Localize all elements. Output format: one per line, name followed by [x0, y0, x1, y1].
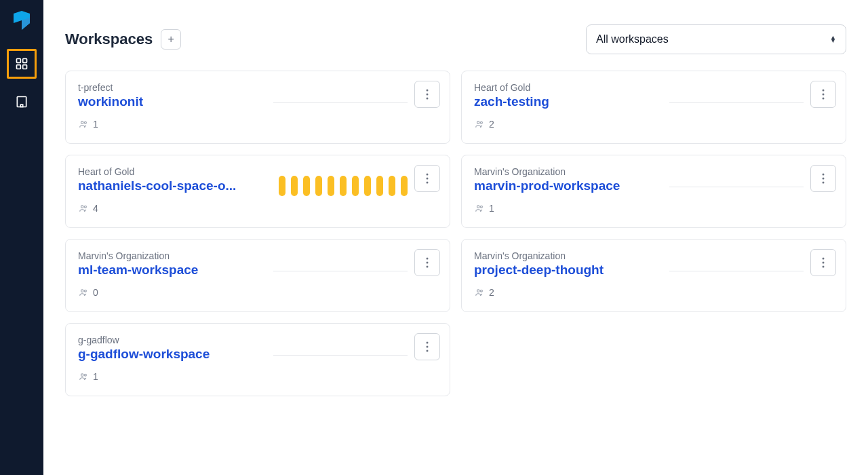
workspace-run-bars — [279, 173, 408, 196]
workspace-name-link[interactable]: g-gadflow-workspace — [78, 347, 261, 362]
run-bar — [291, 176, 298, 196]
svg-point-33 — [427, 262, 429, 264]
run-bar — [328, 176, 334, 196]
workspace-member-count: 1 — [78, 119, 437, 130]
workspace-member-count: 1 — [474, 203, 833, 214]
svg-rect-2 — [17, 65, 21, 69]
workspace-card[interactable]: Marvin's Organizationproject-deep-though… — [461, 239, 846, 312]
svg-point-44 — [427, 350, 429, 352]
member-count-value: 2 — [489, 119, 494, 130]
workspace-empty-line — [669, 271, 804, 271]
svg-point-32 — [427, 258, 429, 260]
page-header: Workspaces + All workspaces ▲▼ — [65, 24, 846, 54]
svg-point-36 — [480, 290, 482, 292]
workspace-name-link[interactable]: project-deep-thought — [474, 263, 657, 278]
svg-point-27 — [823, 174, 825, 176]
workspace-card[interactable]: Marvin's Organizationmarvin-prod-workspa… — [461, 155, 846, 228]
svg-point-18 — [823, 94, 825, 96]
header-left: Workspaces + — [65, 29, 181, 50]
svg-point-13 — [427, 94, 429, 96]
workspace-card[interactable]: t-prefectworkinonit1 — [65, 71, 450, 144]
workspace-card[interactable]: Heart of Goldnathaniels-cool-space-o...4 — [65, 155, 450, 228]
svg-point-43 — [427, 346, 429, 348]
workspace-org-label: Marvin's Organization — [78, 250, 437, 261]
workspace-org-label: Marvin's Organization — [474, 250, 833, 261]
workspace-grid: t-prefectworkinonit1Heart of Goldzach-te… — [65, 71, 846, 396]
workspace-empty-line — [669, 187, 804, 187]
svg-point-24 — [427, 182, 429, 184]
svg-point-34 — [427, 266, 429, 268]
kebab-icon — [822, 173, 825, 184]
member-count-value: 2 — [489, 287, 494, 298]
workspace-empty-line — [669, 102, 804, 103]
workspace-name-link[interactable]: marvin-prod-workspace — [474, 178, 657, 193]
workspace-empty-line — [273, 102, 408, 103]
filter-selected-label: All workspaces — [596, 33, 669, 45]
workspace-menu-button[interactable] — [810, 81, 836, 108]
workspace-card[interactable]: g-gadflowg-gadflow-workspace1 — [65, 323, 450, 396]
run-bar — [401, 176, 408, 196]
run-bar — [279, 176, 285, 196]
users-icon — [474, 288, 485, 297]
users-icon — [474, 204, 485, 213]
svg-point-21 — [84, 206, 86, 208]
main-content: Workspaces + All workspaces ▲▼ t-prefect… — [43, 0, 868, 475]
workspace-org-label: Heart of Gold — [474, 82, 833, 93]
select-chevrons-icon: ▲▼ — [830, 36, 836, 43]
svg-point-14 — [427, 98, 429, 100]
kebab-icon — [426, 89, 429, 100]
svg-point-26 — [480, 206, 482, 208]
workspace-org-label: Marvin's Organization — [474, 166, 833, 177]
svg-point-15 — [477, 121, 480, 124]
workspace-menu-button[interactable] — [810, 249, 836, 276]
nav-workspaces[interactable] — [7, 49, 37, 79]
users-icon — [78, 204, 89, 213]
workspace-menu-button[interactable] — [414, 81, 440, 108]
member-count-value: 0 — [93, 287, 98, 298]
workspace-name-link[interactable]: nathaniels-cool-space-o... — [78, 178, 261, 193]
add-workspace-button[interactable]: + — [161, 29, 181, 50]
workspace-name-link[interactable]: zach-testing — [474, 94, 657, 109]
run-bar — [376, 176, 383, 196]
kebab-icon — [822, 89, 825, 100]
svg-point-12 — [427, 90, 429, 92]
workspace-menu-button[interactable] — [810, 165, 836, 192]
nav-organization[interactable] — [7, 87, 37, 117]
sidebar — [0, 0, 43, 475]
workspace-name-link[interactable]: ml-team-workspace — [78, 263, 261, 278]
svg-point-28 — [823, 178, 825, 180]
svg-point-30 — [81, 290, 84, 292]
svg-point-38 — [823, 262, 825, 264]
svg-point-10 — [81, 121, 84, 124]
workspace-filter-select[interactable]: All workspaces ▲▼ — [586, 24, 846, 54]
app-logo — [11, 11, 33, 37]
member-count-value: 1 — [93, 119, 98, 130]
run-bar — [303, 176, 310, 196]
workspace-org-label: t-prefect — [78, 82, 437, 93]
kebab-icon — [426, 257, 429, 268]
svg-point-41 — [84, 374, 86, 376]
workspace-menu-button[interactable] — [414, 165, 440, 192]
svg-point-35 — [477, 290, 480, 292]
svg-point-40 — [81, 374, 84, 377]
users-icon — [474, 119, 485, 129]
workspace-empty-line — [273, 355, 408, 356]
svg-point-29 — [823, 182, 825, 184]
run-bar — [389, 176, 395, 196]
workspace-member-count: 1 — [78, 371, 437, 382]
workspace-menu-button[interactable] — [414, 249, 440, 276]
svg-point-11 — [84, 121, 86, 124]
member-count-value: 1 — [489, 203, 494, 214]
svg-rect-9 — [20, 104, 22, 107]
workspace-member-count: 2 — [474, 287, 833, 298]
workspace-name-link[interactable]: workinonit — [78, 94, 261, 109]
svg-rect-1 — [23, 59, 27, 63]
workspace-menu-button[interactable] — [414, 333, 440, 360]
workspace-card[interactable]: Marvin's Organizationml-team-workspace0 — [65, 239, 450, 312]
workspace-member-count: 0 — [78, 287, 437, 298]
workspace-empty-line — [273, 271, 408, 271]
workspace-card[interactable]: Heart of Goldzach-testing2 — [461, 71, 846, 144]
svg-point-39 — [823, 266, 825, 268]
workspace-member-count: 2 — [474, 119, 833, 130]
run-bar — [352, 176, 359, 196]
